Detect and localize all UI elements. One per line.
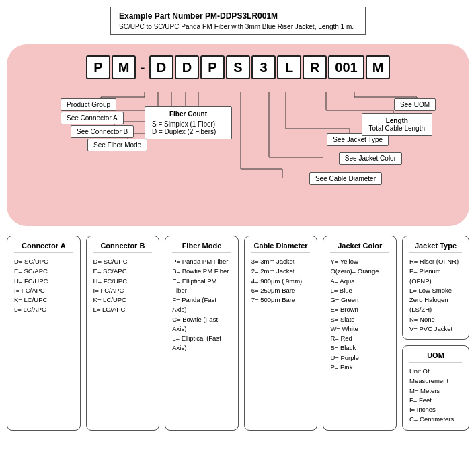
connector-b-rows: D= SC/UPCE= SC/APCH= FC/UPCI= FC/APCK= L…	[93, 257, 153, 315]
fiber-mode-box: Fiber Mode P= Panda PM FiberB= Bowtie PM…	[165, 236, 239, 431]
uom-box: UOM Unit Of MeasurementM= MetersF= FeetI…	[402, 345, 469, 431]
pn-cell-M: M	[366, 55, 390, 79]
fiber-count-d: D = Duplex (2 Fibers)	[152, 128, 225, 135]
uom-title: UOM	[409, 351, 462, 363]
pn-cell-001: 001	[328, 55, 364, 79]
connector-b-title: Connector B	[93, 242, 153, 253]
example-part-number-box: Example Part Number PM-DDPS3LR001M SC/UP…	[110, 7, 366, 35]
right-column: Jacket Type R= Riser (OFNR)P= Plenum (OF…	[402, 236, 469, 431]
example-part-title: Example Part Number PM-DDPS3LR001M	[119, 11, 357, 21]
connector-a-title: Connector A	[14, 242, 73, 253]
pn-cell-D1: D	[149, 55, 173, 79]
pn-separator-1: -	[137, 55, 148, 79]
uom-label: See UOM	[394, 98, 436, 111]
jacket-type-rows: R= Riser (OFNR)P= Plenum (OFNP)L= Low Sm…	[409, 257, 462, 334]
fiber-mode-title: Fiber Mode	[172, 242, 231, 253]
product-group-label: Product Group	[61, 98, 116, 111]
pn-cell-3: 3	[251, 55, 276, 79]
connector-b-label: See Connector B	[71, 125, 134, 138]
cable-diameter-label: See Cable Diameter	[309, 172, 382, 185]
jacket-color-box: Jacket Color Y= YellowO(zero)= OrangeA= …	[323, 236, 397, 431]
fiber-mode-rows: P= Panda PM FiberB= Bowtie PM FiberE= El…	[172, 257, 231, 353]
connector-a-label: See Connector A	[61, 112, 124, 124]
bottom-tables: Connector A D= SC/UPCE= SC/APCH= FC/UPCI…	[7, 236, 469, 431]
pn-cell-L: L	[277, 55, 301, 79]
example-part-desc: SC/UPC to SC/UPC Panda PM Fiber with 3mm…	[119, 23, 357, 30]
uom-rows: Unit Of MeasurementM= MetersF= FeetI= In…	[409, 367, 462, 425]
connector-a-box: Connector A D= SC/UPCE= SC/APCH= FC/UPCI…	[7, 236, 81, 431]
length-sub: Total Cable Length	[369, 124, 425, 132]
jacket-type-box: Jacket Type R= Riser (OFNR)P= Plenum (OF…	[402, 236, 469, 340]
fiber-mode-label: See Fiber Mode	[87, 139, 147, 151]
cable-diameter-title: Cable Diameter	[251, 242, 311, 253]
jacket-type-title: Jacket Type	[409, 242, 462, 253]
length-title: Length	[369, 117, 425, 124]
fiber-count-label: Fiber Count S = Simplex (1 Fiber) D = Du…	[145, 106, 232, 139]
fiber-count-title: Fiber Count	[152, 110, 225, 118]
jacket-color-rows: Y= YellowO(zero)= OrangeA= AquaL= BlueG=…	[330, 257, 389, 372]
length-label: Length Total Cable Length	[362, 113, 432, 136]
pn-cell-R: R	[303, 55, 327, 79]
pn-cell-PM: P	[86, 55, 110, 79]
connector-a-rows: D= SC/UPCE= SC/APCH= FC/UPCI= FC/APCK= L…	[14, 257, 73, 315]
labels-container: Product Group See Connector A See Connec…	[20, 92, 456, 213]
cable-diameter-box: Cable Diameter 3= 3mm Jacket2= 2mm Jacke…	[244, 236, 318, 431]
jacket-color-title: Jacket Color	[330, 242, 389, 253]
pn-cell-D2: D	[175, 55, 199, 79]
pn-cell-S: S	[226, 55, 250, 79]
jacket-color-label: See Jacket Color	[339, 152, 402, 165]
fiber-count-s: S = Simplex (1 Fiber)	[152, 120, 225, 128]
part-number-row: P M - D D P S 3 L R 001 M	[20, 55, 456, 79]
pn-cell-PM2: M	[112, 55, 136, 79]
pn-cell-P: P	[200, 55, 225, 79]
diagram-area: P M - D D P S 3 L R 001 M	[7, 44, 469, 226]
cable-diameter-rows: 3= 3mm Jacket2= 2mm Jacket4= 900μm (.9mm…	[251, 257, 311, 305]
connector-b-box: Connector B D= SC/UPCE= SC/APCH= FC/UPCI…	[86, 236, 160, 431]
